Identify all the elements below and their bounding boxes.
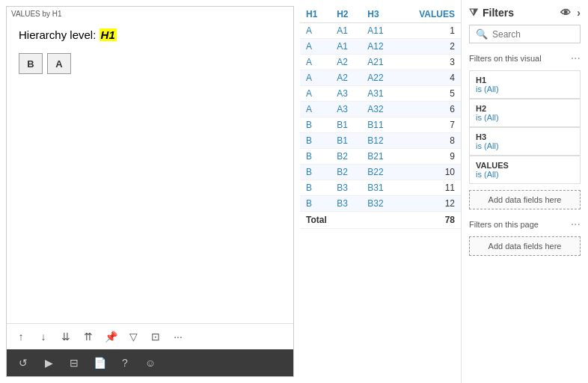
filter-card-title: H2 [476, 104, 574, 113]
col-values: VALUES [398, 6, 461, 23]
page-section-dots[interactable]: ··· [571, 218, 581, 230]
filter-card[interactable]: VALUES is (All) [469, 156, 581, 184]
dark-table-icon[interactable]: ⊟ [65, 354, 83, 372]
search-box[interactable]: 🔍 [469, 25, 581, 43]
filter-card-title: H1 [476, 76, 574, 85]
cell-h3: A31 [361, 86, 398, 102]
table-row: A A1 A11 1 [300, 23, 461, 39]
table-panel: H1 H2 H3 VALUES A A1 A11 1 A A1 A12 2 A … [300, 6, 461, 377]
cell-h3: B22 [361, 165, 398, 180]
filter-card[interactable]: H1 is (All) [469, 70, 581, 99]
cell-val: 6 [398, 102, 461, 117]
button-b[interactable]: B [19, 53, 43, 74]
cell-val: 9 [398, 149, 461, 165]
cell-val: 11 [398, 180, 461, 196]
toolbar-expand-icon[interactable]: ⊡ [147, 328, 164, 345]
toolbar-filter-icon[interactable]: ▽ [125, 328, 141, 345]
filters-on-page-label: Filters on this page ··· [469, 218, 581, 230]
cell-h2: B3 [331, 180, 361, 196]
visual-section-dots[interactable]: ··· [571, 52, 581, 64]
filter-card-title: VALUES [476, 161, 574, 170]
toolbar-up-icon[interactable]: ↑ [13, 328, 29, 345]
dark-reset-icon[interactable]: ↺ [14, 354, 32, 372]
table-row: B B1 B12 8 [300, 133, 461, 149]
cell-h3: A32 [361, 102, 398, 117]
cell-h3: A22 [361, 70, 398, 86]
cell-h2: A3 [331, 86, 361, 102]
cell-h2: B2 [331, 165, 361, 180]
cell-val: 7 [398, 117, 461, 133]
table-row: B B3 B31 11 [300, 180, 461, 196]
table-row: A A3 A32 6 [300, 102, 461, 117]
cell-val: 2 [398, 39, 461, 55]
dark-help-icon[interactable]: ? [116, 354, 134, 372]
dark-smiley-icon[interactable]: ☺ [141, 354, 159, 372]
dark-bar: ↺ ▶ ⊟ 📄 ? ☺ [7, 349, 293, 376]
filter-card-subtitle: is (All) [476, 113, 574, 122]
cell-h1: A [300, 70, 331, 86]
cell-h3: B32 [361, 196, 398, 212]
filter-card-subtitle: is (All) [476, 85, 574, 94]
cell-h3: B11 [361, 117, 398, 133]
cell-h1: A [300, 86, 331, 102]
cell-h1: B [300, 133, 331, 149]
filter-card-title: H3 [476, 132, 574, 141]
visual-title: VALUES by H1 [7, 7, 293, 21]
toolbar-pin-icon[interactable]: 📌 [102, 328, 119, 345]
cell-val: 3 [398, 55, 461, 70]
filter-funnel-icon: ⧩ [469, 6, 478, 19]
cell-h2: B1 [331, 117, 361, 133]
table-row: B B2 B21 9 [300, 149, 461, 165]
filters-header: ⧩ Filters 👁 › [469, 6, 581, 19]
total-label: Total [300, 212, 398, 229]
cell-h1: B [300, 165, 331, 180]
cell-h2: A1 [331, 23, 361, 39]
cell-h3: A12 [361, 39, 398, 55]
table-row: A A2 A21 3 [300, 55, 461, 70]
cell-h1: B [300, 149, 331, 165]
visual-content: Hierarchy level: H1 B A [7, 21, 293, 323]
search-input[interactable] [492, 29, 574, 40]
table-row: B B1 B11 7 [300, 117, 461, 133]
col-h2: H2 [331, 6, 361, 23]
cell-h1: A [300, 55, 331, 70]
cell-h1: B [300, 196, 331, 212]
button-a[interactable]: A [47, 53, 71, 74]
eye-icon[interactable]: 👁 [560, 7, 571, 19]
visual-panel: VALUES by H1 Hierarchy level: H1 B A ↑ ↓… [6, 6, 294, 377]
cell-val: 10 [398, 165, 461, 180]
search-icon: 🔍 [476, 28, 488, 40]
cell-h1: B [300, 180, 331, 196]
cell-h3: B31 [361, 180, 398, 196]
toolbar-more-icon[interactable]: ··· [170, 328, 186, 345]
filter-cards-container: H1 is (All) H2 is (All) H3 is (All) VALU… [469, 70, 581, 184]
chevron-right-icon[interactable]: › [577, 7, 581, 19]
filters-panel: ⧩ Filters 👁 › 🔍 Filters on this visual ·… [461, 0, 588, 383]
table-row: A A2 A22 4 [300, 70, 461, 86]
cell-val: 12 [398, 196, 461, 212]
filters-title: Filters [483, 7, 514, 19]
add-data-visual-btn[interactable]: Add data fields here [469, 190, 581, 209]
hierarchy-buttons: B A [19, 53, 281, 74]
toolbar-double-down-icon[interactable]: ⇊ [58, 328, 74, 345]
data-table: H1 H2 H3 VALUES A A1 A11 1 A A1 A12 2 A … [300, 6, 461, 229]
filters-header-icons: 👁 › [560, 7, 581, 19]
cell-h2: B1 [331, 133, 361, 149]
filter-card[interactable]: H2 is (All) [469, 99, 581, 127]
table-row: A A1 A12 2 [300, 39, 461, 55]
cell-h1: A [300, 23, 331, 39]
visual-toolbar: ↑ ↓ ⇊ ⇈ 📌 ▽ ⊡ ··· [7, 323, 293, 349]
cell-h2: A2 [331, 55, 361, 70]
cell-h3: A21 [361, 55, 398, 70]
add-data-page-btn[interactable]: Add data fields here [469, 236, 581, 256]
toolbar-double-up-icon[interactable]: ⇈ [80, 328, 97, 345]
cell-h3: A11 [361, 23, 398, 39]
toolbar-down-icon[interactable]: ↓ [35, 328, 52, 345]
dark-play-icon[interactable]: ▶ [40, 354, 58, 372]
cell-h1: B [300, 117, 331, 133]
cell-h2: A3 [331, 102, 361, 117]
dark-doc-icon[interactable]: 📄 [91, 354, 108, 372]
cell-val: 8 [398, 133, 461, 149]
cell-h2: B2 [331, 149, 361, 165]
filter-card[interactable]: H3 is (All) [469, 127, 581, 156]
